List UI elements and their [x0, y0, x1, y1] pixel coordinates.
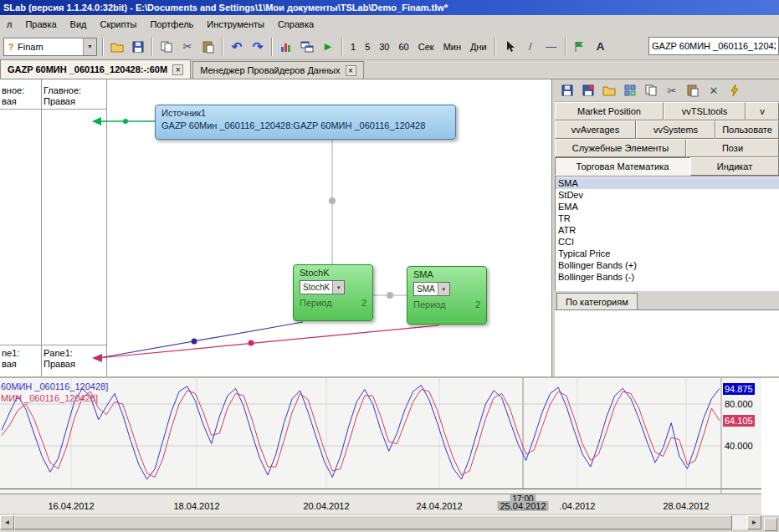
- stochk-node-title: StochK: [300, 268, 366, 278]
- list-item-ema[interactable]: EMA: [556, 201, 779, 212]
- open-button[interactable]: [107, 37, 127, 57]
- run-script-button[interactable]: [725, 80, 745, 100]
- category-trading-math[interactable]: Торговая Математика: [555, 157, 690, 176]
- redo-icon: ↷: [253, 39, 264, 54]
- corner-button[interactable]: [764, 518, 777, 531]
- menu-instruments[interactable]: Инструменты: [200, 17, 271, 32]
- symbol-input[interactable]: [648, 37, 779, 55]
- list-item-atr[interactable]: ATR: [556, 224, 779, 236]
- category-positions[interactable]: Пози: [686, 139, 779, 157]
- save-button[interactable]: [128, 37, 148, 57]
- sma-node[interactable]: SMA SMA ▼ Период 2: [407, 266, 487, 325]
- source-node-title: Источник1: [161, 108, 449, 118]
- main-area: вное: вая ne1: вая Главное: Правая Pane1…: [0, 79, 779, 376]
- category-row: Торговая Математика Индикат: [555, 157, 779, 176]
- chart-plot[interactable]: 60МИН _060116_120428] МИН _060116_120428…: [0, 378, 761, 494]
- stochk-node[interactable]: StochK StochK ▼ Период 2: [293, 264, 373, 321]
- copy-icon: [644, 84, 658, 97]
- script-diagram-canvas[interactable]: вное: вая ne1: вая Главное: Правая Pane1…: [0, 79, 551, 376]
- menu-edit[interactable]: Правка: [18, 17, 63, 32]
- window-titlebar[interactable]: SLab (версия 1.1.24.0:32bit) - E:\Docume…: [0, 0, 779, 15]
- param-label: Период: [300, 298, 332, 308]
- stochk-type-select[interactable]: StochK ▼: [300, 280, 345, 294]
- pane-label-cell[interactable]: Главное: Правая: [42, 79, 106, 110]
- open-button[interactable]: [599, 80, 619, 100]
- menu-portfolio[interactable]: Портфель: [143, 17, 200, 32]
- period-5-button[interactable]: 5: [361, 38, 374, 56]
- hline-tool-button[interactable]: —: [541, 37, 561, 57]
- tab-data-providers[interactable]: Менеджер Провайдеров Данных ×: [192, 61, 363, 79]
- source-node[interactable]: Источник1 GAZP 60Мин _060116_120428:GAZP…: [155, 105, 456, 140]
- pane-label-cell[interactable]: вное: вая: [0, 79, 41, 110]
- copy-button[interactable]: [156, 37, 177, 57]
- period-30-button[interactable]: 30: [375, 38, 393, 56]
- paste-button[interactable]: [198, 37, 218, 57]
- pane-label-cell[interactable]: ne1: вая: [0, 345, 41, 376]
- param-value[interactable]: 2: [361, 298, 366, 308]
- chevron-down-icon[interactable]: ▼: [438, 283, 449, 295]
- scroll-right-icon: ►: [751, 519, 758, 526]
- menu-file[interactable]: л: [0, 17, 18, 32]
- menu-help[interactable]: Справка: [271, 17, 320, 32]
- line-tool-button[interactable]: /: [520, 37, 541, 57]
- scroll-left-button[interactable]: ◄: [0, 515, 14, 529]
- category-user[interactable]: Пользовате: [715, 120, 779, 139]
- provider-dropdown-button[interactable]: ▼: [83, 38, 96, 55]
- list-item-stdev[interactable]: StDev: [556, 189, 779, 201]
- category-cut-off[interactable]: v: [746, 102, 779, 120]
- list-item-sma[interactable]: SMA: [556, 177, 779, 189]
- chart-button[interactable]: [276, 37, 296, 57]
- category-vvtsltools[interactable]: vvTSLtools: [664, 102, 746, 120]
- list-item-bollinger-plus[interactable]: Bollinger Bands (+): [556, 259, 779, 271]
- pane-label-cell[interactable]: Pane1: Правая: [42, 345, 106, 376]
- provider-combo[interactable]: ? Finam ▼: [3, 38, 97, 56]
- lightning-icon: [728, 84, 741, 97]
- list-item-typical-price[interactable]: Typical Price: [556, 248, 779, 259]
- redo-button[interactable]: ↷: [248, 37, 268, 57]
- chevron-down-icon[interactable]: ▼: [332, 281, 344, 294]
- new-window-button[interactable]: [297, 37, 317, 57]
- close-icon[interactable]: ×: [346, 65, 356, 76]
- list-item-tr[interactable]: TR: [556, 212, 779, 224]
- tab-script[interactable]: GAZP 60МИН _060116_120428:-:60M ×: [0, 59, 191, 79]
- tab-label: Менеджер Провайдеров Данных: [200, 65, 340, 75]
- period-1-button[interactable]: 1: [346, 38, 360, 56]
- scrollbar-thumb[interactable]: [14, 515, 732, 529]
- text-tool-button[interactable]: A: [591, 37, 611, 57]
- bar-chart-icon: [279, 40, 293, 54]
- cut-button[interactable]: ✂: [177, 37, 197, 57]
- category-vvsystems[interactable]: vvSystems: [636, 120, 715, 139]
- copy-button[interactable]: [641, 80, 661, 100]
- blocks-button[interactable]: [620, 80, 640, 100]
- save-as-button[interactable]: [578, 80, 598, 100]
- legend-series-sma: МИН _060116_120428]: [1, 392, 108, 404]
- tab-by-categories[interactable]: По категориям: [556, 293, 638, 309]
- sma-type-select[interactable]: SMA ▼: [413, 282, 450, 296]
- cut-button[interactable]: ✂: [662, 80, 682, 100]
- flag-tool-button[interactable]: [570, 37, 590, 57]
- scroll-right-button[interactable]: ►: [747, 515, 761, 529]
- menu-view[interactable]: Вид: [64, 17, 94, 32]
- category-service-elements[interactable]: Служебные Элементы: [555, 139, 686, 157]
- category-indicators[interactable]: Индикат: [690, 157, 779, 176]
- cursor-tool-button[interactable]: [500, 37, 520, 57]
- save-button[interactable]: [557, 80, 577, 100]
- unit-sec-button[interactable]: Сек: [414, 38, 438, 56]
- run-button[interactable]: ▶: [318, 37, 338, 57]
- list-item-bollinger-minus[interactable]: Bollinger Bands (-): [556, 271, 779, 283]
- chart-legend: 60МИН _060116_120428] МИН _060116_120428…: [1, 381, 108, 404]
- horizontal-scrollbar[interactable]: ◄ ►: [0, 515, 761, 529]
- unit-min-button[interactable]: Мин: [439, 38, 465, 56]
- menu-scripts[interactable]: Скрипты: [94, 17, 144, 32]
- undo-button[interactable]: ↶: [227, 37, 247, 57]
- list-item-cci[interactable]: CCI: [556, 236, 779, 248]
- play-icon: ▶: [325, 41, 331, 52]
- category-vvaverages[interactable]: vvAverages: [555, 120, 636, 139]
- period-60-button[interactable]: 60: [395, 38, 413, 56]
- delete-button[interactable]: ✕: [704, 80, 724, 100]
- param-value[interactable]: 2: [475, 299, 480, 309]
- category-market-position[interactable]: Market Position: [555, 102, 664, 120]
- close-icon[interactable]: ×: [172, 64, 183, 75]
- unit-day-button[interactable]: Дни: [466, 38, 491, 56]
- paste-button[interactable]: [683, 80, 703, 100]
